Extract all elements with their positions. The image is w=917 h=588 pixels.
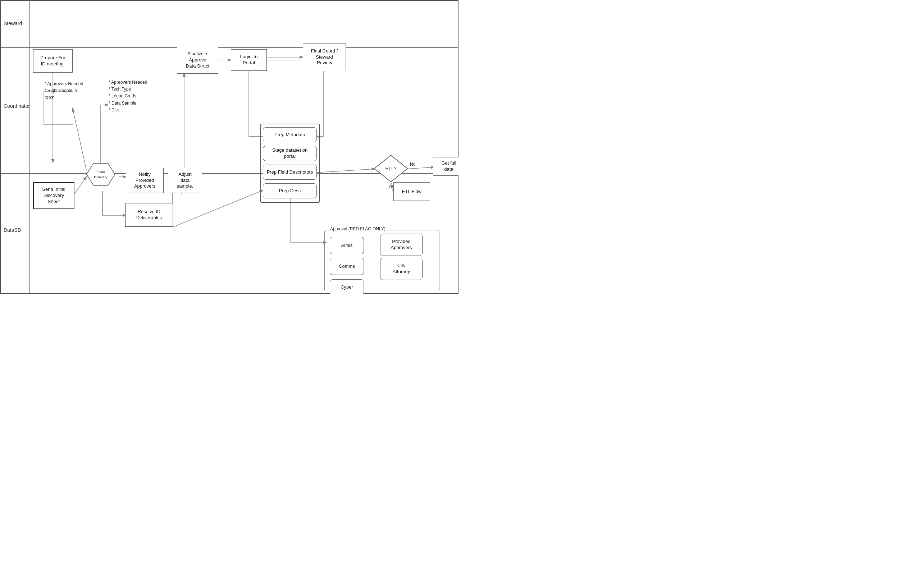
prep-field-label: Prep Field Descriptors [267, 169, 313, 175]
lane-divider-vertical [29, 1, 30, 293]
svg-marker-0 [87, 163, 115, 185]
approval-title: Approval (RED FLAG ONLY) [329, 226, 387, 231]
notify-label: Notify Provided Approvers [134, 171, 155, 190]
note2-line3: * Logon Creds [108, 93, 147, 100]
etl-no-label: No [410, 162, 416, 167]
login-box: Login To Portal [231, 49, 267, 71]
note2-line2: * Tech Type [108, 86, 147, 93]
final-coord-box: Final Coord / Steward Review [303, 43, 346, 71]
prep-meta-label: Prep Metadata [274, 132, 305, 138]
finalize-box: Finalize + Approve Data Struct [177, 47, 218, 74]
prep-group-container: Prep Metadata Stage dataset on portal Pr… [260, 124, 320, 203]
etl-diamond: ETL? [374, 155, 408, 183]
adjust-label: Adjust data sample. [177, 171, 194, 190]
adjust-box: Adjust data sample. [168, 168, 202, 193]
prepare-label: Prepare For ID meeting, [40, 55, 65, 67]
svg-text:Disovery: Disovery [94, 175, 108, 179]
cyber-label: Cyber [341, 284, 353, 291]
note1-line1: * Approvers Needed [45, 81, 83, 87]
almis-label: Almis [341, 242, 353, 249]
diagram-container: Steward Coordinator DataSD [0, 0, 458, 294]
comms-box: Comms [330, 258, 364, 275]
prepare-box: Prepare For ID meeting, [33, 49, 73, 73]
provided-approvers-box: Provided Approvers [380, 234, 422, 256]
lane-label-steward: Steward [3, 21, 22, 26]
login-label: Login To Portal [240, 54, 258, 66]
finalize-label: Finalize + Approve Data Struct [186, 51, 209, 69]
prep-meta-box: Prep Metadata [263, 127, 317, 142]
lane-steward-bottom [1, 47, 458, 48]
city-attorney-label: City Attorney [393, 263, 410, 275]
final-coord-label: Final Coord / Steward Review [311, 48, 338, 66]
prep-field-box: Prep Field Descriptors [263, 165, 317, 180]
hexagon-initial-discovery: Initial Disovery [86, 162, 115, 187]
etl-flow-label: ETL Flow [402, 189, 422, 195]
stage-box: Stage dataset on portal [263, 146, 317, 161]
receive-id-box: Receive ID Deliverables [125, 203, 173, 227]
cyber-box: Cyber [330, 279, 364, 294]
provided-approvers-label: Provided Approvers [391, 239, 412, 251]
svg-text:ETL?: ETL? [385, 166, 396, 171]
send-initial-box: Send Initial Discovery Sheet [33, 182, 74, 209]
almis-box: Almis [330, 237, 364, 254]
lane-label-coordinator: Coordinator [3, 103, 30, 109]
prep-desc-label: Prep Desc [279, 188, 301, 194]
notify-box: Notify Provided Approvers [126, 168, 163, 193]
comms-label: Comms [339, 263, 355, 270]
note2-line1: * Approvers Needed [108, 79, 147, 86]
lane-label-datasd: DataSD [3, 227, 21, 233]
get-full-data-label: Get full data [441, 160, 456, 173]
get-full-data-box: Get full data [433, 157, 458, 176]
svg-text:Initial: Initial [97, 170, 105, 174]
receive-id-label: Receive ID Deliverables [136, 209, 162, 221]
note2-line5: * Dict [108, 107, 147, 113]
note1-line2: * Right People In [45, 87, 83, 94]
note1: * Approvers Needed * Right People In roo… [45, 81, 83, 101]
note2-line4: * Data Sample [108, 100, 147, 107]
etl-flow-box: ETL Flow [393, 182, 430, 201]
prep-desc-box: Prep Desc [263, 183, 317, 199]
note1-line3: room [45, 94, 83, 101]
send-initial-label: Send Initial Discovery Sheet [42, 187, 65, 205]
city-attorney-box: City Attorney [380, 258, 422, 280]
note2: * Approvers Needed * Tech Type * Logon C… [108, 79, 147, 113]
stage-label: Stage dataset on portal [272, 147, 307, 160]
